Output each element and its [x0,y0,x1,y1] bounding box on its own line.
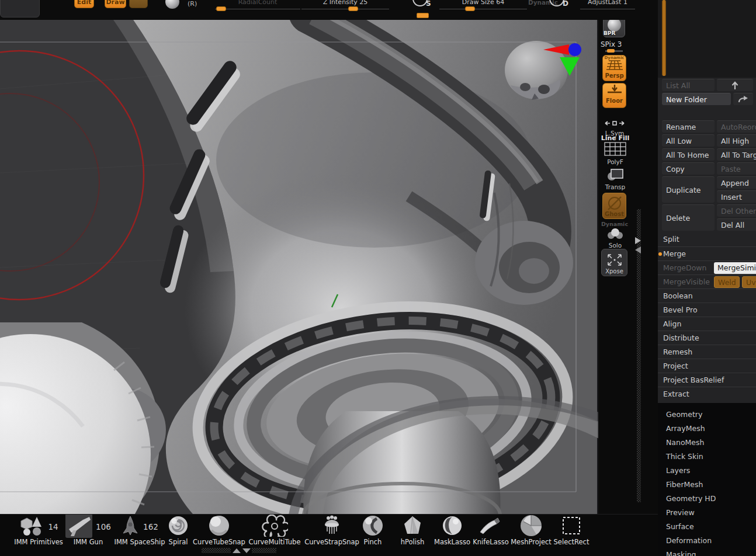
mergesimilar-button[interactable]: MergeSimilar [714,262,756,274]
palette-section-nanomesh[interactable]: NanoMesh [658,436,756,450]
edit-button[interactable]: Edit [74,0,94,8]
subtool-copy-button[interactable]: Copy [662,162,715,175]
brush-hpolish[interactable]: hPolish [394,516,431,546]
move-up-button[interactable] [717,79,753,91]
menu-section-project-basrelief[interactable]: Project BasRelief [658,373,756,387]
solo-button[interactable]: Solo [601,228,630,249]
brush-spiral-icon-row [168,516,189,537]
uv-button[interactable]: Uv [742,276,756,288]
canvas-corner-tab[interactable] [0,0,40,18]
spix-handle[interactable] [607,49,615,53]
subtool-insert-button[interactable]: Insert [717,190,756,203]
adjust-last-track [580,9,635,9]
palette-section-layers[interactable]: Layers [658,464,756,478]
folder-arrow-button[interactable] [733,93,753,105]
subtool-delete-button[interactable]: Delete [662,204,715,231]
transp-button[interactable]: Transp [601,168,630,190]
material-ball-icon[interactable] [165,0,179,9]
tray-scroll-down-icon[interactable] [242,548,251,553]
brush-masklasso-label: MaskLasso [434,538,470,546]
subtool-autoreorder-button[interactable]: AutoReorder [717,120,756,133]
brush-meshproject[interactable]: MeshProject [509,516,553,546]
persp-button[interactable]: Dynamic Persp [602,55,626,81]
menu-section-bevel-pro[interactable]: Bevel Pro [658,303,756,317]
menu-section-remesh[interactable]: Remesh [658,345,756,359]
brush-imm-spaceship[interactable]: 162IMM SpaceShip [112,516,167,546]
menu-section-split[interactable]: Split [658,232,756,246]
menu-section-project[interactable]: Project [658,359,756,373]
menu-section-extract[interactable]: Extract [658,387,756,401]
brush-masklasso[interactable]: MaskLasso [432,516,472,546]
menu-section-mergevisible[interactable]: MergeVisibleWeldUv [658,274,756,289]
palette-section-masking[interactable]: Masking [658,548,756,556]
subtool-scrollbar[interactable] [662,0,666,76]
persp-dynamic-label: Dynamic [603,55,626,60]
brush-spiral[interactable]: Spiral [165,516,192,546]
draw-size-handle[interactable] [465,6,475,11]
brush-curvestrapsnap-icon-row [321,516,343,537]
radial-count-handle[interactable] [216,6,226,11]
menu-section-label-split: Split [663,235,679,244]
menu-section-distribute[interactable]: Distribute [658,331,756,345]
new-folder-button[interactable]: New Folder [662,93,731,105]
menu-section-label-remesh: Remesh [663,348,692,356]
curvestrapsnap-icon [321,515,343,538]
subtool-append-button[interactable]: Append [717,176,756,189]
brush-imm-gun[interactable]: 106IMM Gun [63,516,113,546]
brush-imm-spaceship-icon-row: 162 [121,516,158,537]
brush-curvestrapsnap[interactable]: CurveStrapSnap [304,516,360,546]
subtool-all-to-target-button[interactable]: All To Target [717,148,756,161]
shelf-scroll-arrow-left[interactable] [635,246,641,253]
brush-selectrect[interactable]: SelectRect [552,516,591,546]
menu-section-boolean[interactable]: Boolean [658,289,756,303]
palette-section-deformation[interactable]: Deformation [658,534,756,548]
palette-section-geometry[interactable]: Geometry [658,408,756,422]
tray-scroll-arrows[interactable] [231,547,252,554]
brush-imm-primitives-count: 14 [48,522,58,531]
subtool-del-all-button[interactable]: Del All [717,218,756,231]
adjust-last-label: AdjustLast 1 [580,0,635,6]
shelf-scroll-arrow-right[interactable] [635,237,641,244]
subtool-all-high-button[interactable]: All High [717,134,756,147]
linefill-button[interactable]: Line Fill PolyF [598,134,632,165]
brush-curvetubesnap[interactable]: CurveTubeSnap [192,516,247,546]
imm-spaceship-icon [121,515,140,538]
subtool-paste-button[interactable]: Paste [717,162,756,175]
brush-curvemultitube[interactable]: CurveMultiTube [245,516,304,546]
brush-knifelasso[interactable]: KnifeLasso [471,516,511,546]
adjust-last-slider[interactable]: AdjustLast 1 [580,0,635,13]
subtool-all-low-button[interactable]: All Low [662,134,715,147]
ghost-button[interactable]: Ghost [602,193,626,219]
brush-pinch[interactable]: Pinch [359,516,387,546]
floor-button[interactable]: Floor [602,83,626,108]
palette-section-arraymesh[interactable]: ArrayMesh [658,422,756,436]
palette-section-preview[interactable]: Preview [658,506,756,520]
curvetubesnap-icon [209,515,230,538]
weld-button[interactable]: Weld [714,276,740,288]
subtool-duplicate-button[interactable]: Duplicate [662,176,715,203]
menu-section-mergedown[interactable]: MergeDownMergeSimilar [658,260,756,274]
tray-scroll-up-icon[interactable] [233,548,241,553]
palette-section-label-nanomesh: NanoMesh [666,438,705,447]
menu-section-align[interactable]: Align [658,317,756,331]
palette-section-fibermesh[interactable]: FiberMesh [658,478,756,492]
menu-section-merge[interactable]: Merge [658,246,756,260]
list-all-button[interactable]: List All [662,79,715,91]
subtool-rename-button[interactable]: Rename [662,120,715,133]
subtool-del-other-button[interactable]: Del Other [717,204,756,217]
z-intensity-slider[interactable]: Z Intensity 25 [301,0,389,13]
dynamic-shelf-text: Dynamic [599,221,630,227]
palette-section-surface[interactable]: Surface [658,520,756,534]
draw-size-slider[interactable]: Draw Size 64 [439,0,527,13]
spix-slider[interactable]: SPix 3 [601,40,629,48]
z-intensity-handle[interactable] [348,6,358,11]
xpose-button[interactable]: Xpose [601,249,627,276]
move-button[interactable] [129,0,148,8]
subtool-all-to-home-button[interactable]: All To Home [662,148,715,161]
palette-section-thick-skin[interactable]: Thick Skin [658,450,756,464]
palette-section-geometry-hd[interactable]: Geometry HD [658,492,756,506]
palette-section-label-fibermesh: FiberMesh [666,480,703,489]
radial-count-slider[interactable]: RadialCount [215,0,300,13]
sculpt-canvas[interactable] [0,20,598,514]
draw-button[interactable]: Draw [105,0,126,8]
